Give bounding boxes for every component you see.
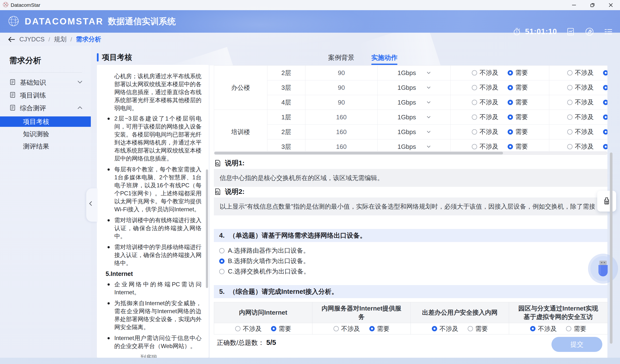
case-bullet: 2层~3层各建设了1个楼层弱电间，可用于该楼层的网络接入设备安装。各楼层弱电间均… xyxy=(106,114,202,162)
need-cell: 不涉及需要 xyxy=(451,110,549,125)
sidebar-subitem-knowledge-quiz[interactable]: 知识测验 xyxy=(0,129,91,139)
radio-not-involved[interactable] xyxy=(472,114,477,120)
radio-option-b[interactable] xyxy=(219,258,225,264)
tab-implementation-actions[interactable]: 实施动作 xyxy=(371,53,397,65)
case-section-heading: 5.Internet xyxy=(106,270,202,278)
radio-not-involved[interactable] xyxy=(567,70,573,76)
case-panel-scrollbar[interactable] xyxy=(206,169,208,288)
question4-number: 4. xyxy=(219,232,225,239)
case-bullet: 需对培训楼中的有线终端进行接入认证，确保合法的终端接入网络中。 xyxy=(106,216,202,240)
question4-option-c[interactable]: C.选择交换机作为出口设备。 xyxy=(219,267,310,276)
floor-cell: 2层 xyxy=(267,125,305,139)
radio-needed[interactable] xyxy=(508,85,513,90)
radio-not-involved[interactable] xyxy=(472,100,477,105)
app-header: DATACOMSTAR 数据通信实训系统 51:01:10 xyxy=(0,10,620,33)
note2-box: 以上显示“有线信息点数量”指的是估测的最小值，实际在设备选型和网络规划时，必须大… xyxy=(214,197,607,215)
sidebar-item-label: 基础知识 xyxy=(20,78,73,87)
points-cell: 160 xyxy=(305,139,378,152)
radio-needed[interactable] xyxy=(603,144,608,149)
bandwidth-select[interactable]: 1Gbps xyxy=(397,143,416,151)
table-row: 3层 160 1Gbps 不涉及需要 不涉及需要 xyxy=(214,139,608,152)
radio-not-involved[interactable] xyxy=(567,129,573,135)
need-cell-2: 不涉及需要 xyxy=(549,80,608,95)
breadcrumb-item-project[interactable]: CJYDCS xyxy=(19,36,45,43)
radio-option-c[interactable] xyxy=(219,269,225,274)
radio-not-involved[interactable] xyxy=(567,114,573,120)
close-button[interactable] xyxy=(602,0,620,10)
submit-button[interactable]: 提交 xyxy=(551,337,602,352)
option-label: A.选择路由器作为出口设备。 xyxy=(228,246,310,255)
radio-needed[interactable] xyxy=(508,144,513,149)
question4-option-b[interactable]: B.选择防火墙作为出口设备。 xyxy=(219,257,310,265)
radio-needed[interactable] xyxy=(508,129,513,135)
radio-needed[interactable] xyxy=(603,85,608,90)
column-header: 内网访问Internet xyxy=(214,302,312,323)
sidebar-item-project-training[interactable]: 项目训练 xyxy=(0,89,91,102)
radio-not-involved[interactable] xyxy=(432,326,437,331)
case-paragraph: 心机房；该机房通过水平布线系统部署以太网双绞线至本楼层中的各网络信息插座，通过垂… xyxy=(106,72,202,112)
radio-needed[interactable] xyxy=(603,70,608,76)
radio-not-involved[interactable] xyxy=(567,85,573,90)
sidebar-subitem-project-assessment[interactable]: 项目考核 xyxy=(0,116,91,127)
radio-needed[interactable] xyxy=(369,326,375,331)
bandwidth-cell: 1Gbps xyxy=(378,110,451,125)
radio-needed[interactable] xyxy=(468,326,473,331)
radio-needed[interactable] xyxy=(508,114,513,120)
question4-option-a[interactable]: A.选择路由器作为出口设备。 xyxy=(219,246,310,255)
radio-needed[interactable] xyxy=(566,326,571,331)
radio-needed[interactable] xyxy=(603,114,608,120)
radio-needed[interactable] xyxy=(271,326,276,331)
minimize-button[interactable] xyxy=(565,0,583,10)
floor-cell: 3层 xyxy=(267,139,305,152)
radio-not-involved[interactable] xyxy=(333,326,339,331)
chevron-down-icon xyxy=(427,145,431,148)
bandwidth-cell: 1Gbps xyxy=(378,139,451,152)
collapse-panel-handle[interactable] xyxy=(86,188,97,222)
usb-widget[interactable] xyxy=(588,254,618,284)
radio-not-involved[interactable] xyxy=(472,70,477,76)
table-horizontal-scrollbar[interactable] xyxy=(214,151,607,155)
score-label: 正确数/总题数： xyxy=(217,338,264,347)
bandwidth-select[interactable]: 1Gbps xyxy=(397,69,416,77)
main-vertical-scrollbar[interactable] xyxy=(610,152,612,344)
brand-name: DATACOMSTAR xyxy=(25,16,104,27)
note1-box: 信息中心指的是核心交换机所在的区域，该区域无需编辑。 xyxy=(214,169,607,187)
radio-not-involved[interactable] xyxy=(472,144,477,149)
bandwidth-cell: 1Gbps xyxy=(378,95,451,110)
radio-not-involved[interactable] xyxy=(235,326,240,331)
sidebar-item-comprehensive-evaluation[interactable]: 综合测评 xyxy=(0,102,91,114)
bandwidth-select[interactable]: 1Gbps xyxy=(397,128,416,136)
radio-not-involved[interactable] xyxy=(530,326,535,331)
note1-header: 说明1: xyxy=(214,159,245,168)
radio-not-involved[interactable] xyxy=(472,85,477,90)
back-arrow-icon[interactable] xyxy=(7,36,16,43)
question4-title: （单选题）请基于网络需求选择网络出口设备。 xyxy=(229,231,366,240)
need-cell: 不涉及需要 xyxy=(451,66,549,80)
app-logo-small xyxy=(2,1,9,9)
radio-needed[interactable] xyxy=(603,129,608,135)
radio-needed[interactable] xyxy=(508,70,513,76)
scrollbar-thumb[interactable] xyxy=(214,152,503,154)
sidebar-subitem-evaluation-results[interactable]: 测评结果 xyxy=(0,141,91,152)
question5-title: （综合题）请完成Internet接入分析。 xyxy=(229,287,338,296)
clean-tool-button[interactable] xyxy=(597,191,616,212)
radio-not-involved[interactable] xyxy=(567,100,573,105)
table-row: 办公楼 2层 90 1Gbps 不涉及需要 不涉及需要 xyxy=(214,66,608,80)
bandwidth-select[interactable]: 1Gbps xyxy=(397,84,416,91)
sidebar-item-basic-knowledge[interactable]: 基础知识 xyxy=(0,76,91,89)
bandwidth-cell: 1Gbps xyxy=(378,125,451,139)
radio-needed[interactable] xyxy=(603,100,608,105)
tab-case-background[interactable]: 案例背景 xyxy=(328,53,354,65)
sidebar-item-label: 项目训练 xyxy=(20,91,83,100)
radio-not-involved[interactable] xyxy=(472,129,477,135)
radio-option-a[interactable] xyxy=(219,248,225,253)
bandwidth-select[interactable]: 1Gbps xyxy=(397,99,416,106)
bandwidth-select[interactable]: 1Gbps xyxy=(397,114,416,121)
breadcrumb-item-planning[interactable]: 规划 xyxy=(54,35,67,44)
table-row: 3层 90 1Gbps 不涉及需要 不涉及需要 xyxy=(214,80,608,95)
restore-button[interactable] xyxy=(583,0,602,10)
radio-not-involved[interactable] xyxy=(567,144,573,149)
sidebar-item-label: 综合测评 xyxy=(20,104,73,113)
radio-needed[interactable] xyxy=(508,100,513,105)
floor-cell: 1层 xyxy=(267,110,305,125)
